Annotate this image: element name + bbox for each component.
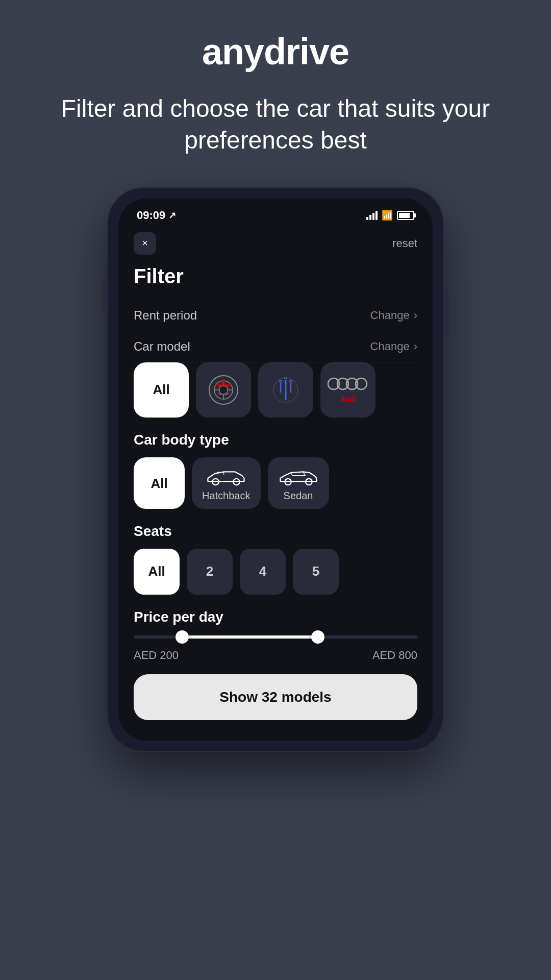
brand-item-all[interactable]: All [134,362,189,418]
price-slider-min-thumb[interactable] [176,630,189,644]
phone-screen: 09:09 ↗ 📶 × reset [118,199,433,741]
filter-title: Filter [134,265,417,288]
phone-mockup: 09:09 ↗ 📶 × reset [107,187,444,752]
price-range: AED 200 AED 800 [134,635,417,662]
filter-panel: × reset Filter Rent period Change › Car … [118,227,433,741]
close-button[interactable]: × [134,232,156,255]
price-labels: AED 200 AED 800 [134,649,417,662]
brand-all-label: All [153,382,169,398]
price-section-title: Price per day [134,609,417,625]
seats-5[interactable]: 5 [293,549,339,595]
car-model-chevron: › [414,340,417,353]
body-type-hatchback[interactable]: Hatchback [192,457,261,509]
filter-header: × reset [134,232,417,255]
signal-icon [366,211,378,220]
show-models-button[interactable]: Show 32 models [134,674,417,720]
brand-item-audi[interactable]: Audi [320,362,375,418]
car-model-action[interactable]: Change › [370,340,417,353]
battery-icon [397,211,414,220]
rent-period-action[interactable]: Change › [370,309,417,322]
seats-4[interactable]: 4 [240,549,286,595]
seats-2[interactable]: 2 [187,549,233,595]
status-time: 09:09 ↗ [137,209,176,222]
rent-period-row[interactable]: Rent period Change › [134,300,417,331]
car-model-change: Change [370,340,410,353]
seats-all[interactable]: All [134,549,180,595]
seats-section-title: Seats [134,523,417,540]
brand-item-maserati[interactable] [258,362,313,418]
status-bar: 09:09 ↗ 📶 [118,199,433,227]
svg-point-5 [219,386,228,394]
hatchback-label: Hatchback [202,490,251,502]
body-type-sedan[interactable]: Sedan [268,457,329,509]
brand-item-porsche[interactable] [196,362,251,418]
seats-grid: All 2 4 5 [134,549,417,595]
car-model-row[interactable]: Car model Change › [134,331,417,362]
app-subtitle: Filter and choose the car that suits you… [0,93,551,157]
car-model-label: Car model [134,339,190,354]
reset-button[interactable]: reset [392,237,417,250]
audi-logo: Audi [328,376,368,403]
body-type-section-title: Car body type [134,432,417,448]
price-slider-track[interactable] [134,635,417,639]
body-type-all[interactable]: All [134,457,185,509]
price-min-label: AED 200 [134,649,179,662]
price-slider-max-thumb[interactable] [311,630,324,644]
rent-period-change: Change [370,309,410,322]
body-type-grid: All Hatchback [134,457,417,509]
price-slider-fill [182,635,318,639]
rent-period-chevron: › [414,309,417,322]
rent-period-label: Rent period [134,308,197,323]
app-title: anydrive [202,31,349,72]
brand-grid: All [134,362,417,418]
wifi-icon: 📶 [382,210,393,221]
status-icons: 📶 [366,210,414,221]
sedan-label: Sedan [284,490,313,502]
price-max-label: AED 800 [372,649,417,662]
location-icon: ↗ [168,210,176,221]
